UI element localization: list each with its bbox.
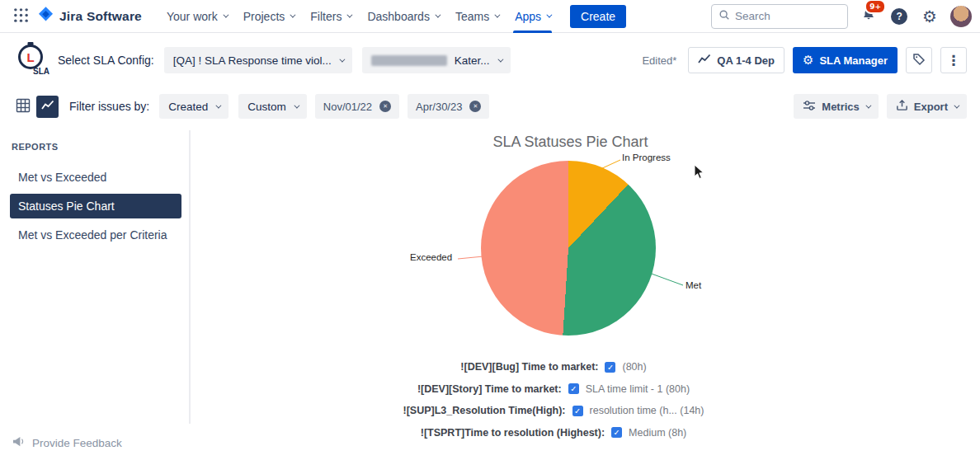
app-grid-icon	[13, 7, 29, 26]
nav-item-teams[interactable]: Teams	[447, 0, 506, 33]
criteria-value: (80h)	[622, 361, 646, 373]
select-sla-config-label: Select SLA Config:	[58, 54, 154, 67]
more-options-button[interactable]	[940, 47, 967, 73]
reports-sidebar: REPORTS Met vs Exceeded Statuses Pie Cha…	[0, 125, 191, 460]
export-icon	[896, 99, 908, 114]
filter-range-value: Custom	[247, 101, 286, 113]
date-from-value: Nov/01/22	[323, 101, 372, 113]
criteria-label: ![DEV][Story] Time to market:	[417, 383, 562, 395]
notifications-badge: 9+	[865, 0, 886, 14]
brand-name: Jira Software	[59, 9, 142, 24]
sla-config-select[interactable]: [QA] ! SLA Response time viol...	[164, 47, 352, 73]
slice-label-in-progress: In Progress	[622, 153, 671, 162]
table-icon	[16, 98, 31, 115]
question-mark-icon	[891, 8, 907, 25]
sla-config-select-value: [QA] ! SLA Response time viol...	[173, 54, 332, 67]
sidebar-item-met-vs-exceeded-per-criteria[interactable]: Met vs Exceeded per Criteria	[10, 223, 181, 247]
provide-feedback-link[interactable]: Provide Feedback	[12, 435, 122, 450]
chart-icon	[41, 100, 54, 114]
export-button[interactable]: Export	[887, 94, 967, 119]
pie-chart-area: In Progress Met Exceeded	[191, 153, 980, 354]
criteria-checkbox[interactable]	[611, 427, 622, 438]
criteria-row: ![TSPRT]Time to resolution (Highest): Me…	[191, 422, 916, 444]
topnav-right-group: 9+	[711, 4, 972, 29]
chevron-down-icon	[497, 56, 503, 62]
sla-manager-button[interactable]: SLA Manager	[793, 47, 898, 73]
nav-item-projects[interactable]: Projects	[235, 0, 303, 33]
filter-field-select[interactable]: Created	[159, 94, 229, 119]
metrics-button[interactable]: Metrics	[794, 94, 879, 119]
filter-issues-by-label: Filter issues by:	[69, 100, 149, 113]
slice-label-met: Met	[686, 280, 701, 290]
sla-criteria-list: ![DEV][Bug] Time to market: (80h) ![DEV]…	[191, 356, 916, 444]
jira-sla-page: Jira Software Your work Projects Filters…	[0, 0, 980, 460]
table-view-toggle[interactable]	[12, 96, 34, 118]
top-navigation-bar: Jira Software Your work Projects Filters…	[0, 0, 980, 33]
report-content: SLA Statuses Pie Chart In Progress Met E…	[191, 125, 980, 460]
criteria-value: Medium (8h)	[629, 427, 686, 439]
nav-label: Dashboards	[367, 10, 430, 23]
slice-label-exceeded: Exceeded	[410, 252, 452, 262]
sliders-icon	[803, 100, 816, 114]
nav-item-filters[interactable]: Filters	[302, 0, 359, 33]
chevron-down-icon	[954, 102, 959, 108]
nav-item-apps[interactable]: Apps	[506, 0, 558, 33]
tag-button[interactable]	[906, 47, 932, 73]
gear-icon	[803, 54, 813, 67]
sidebar-item-statuses-pie-chart[interactable]: Statuses Pie Chart	[10, 194, 181, 218]
criteria-row: ![DEV][Story] Time to market: SLA time l…	[191, 378, 916, 401]
search-box	[711, 4, 848, 29]
chevron-down-icon	[865, 102, 871, 108]
mouse-cursor	[694, 164, 705, 184]
date-to-chip: Apr/30/23	[408, 94, 489, 119]
export-button-label: Export	[914, 101, 948, 113]
jira-home-link[interactable]: Jira Software	[37, 6, 142, 26]
sla-manager-button-label: SLA Manager	[819, 54, 888, 67]
chevron-down-icon	[495, 12, 501, 18]
criteria-label: ![DEV][Bug] Time to market:	[460, 361, 598, 373]
gear-icon	[922, 8, 937, 25]
qa-dep-dashboard-button[interactable]: QA 1-4 Dep	[688, 47, 784, 73]
feedback-label: Provide Feedback	[32, 437, 122, 449]
criteria-checkbox[interactable]	[572, 406, 583, 416]
nav-item-your-work[interactable]: Your work	[158, 0, 235, 33]
chevron-down-icon	[223, 12, 229, 18]
criteria-checkbox[interactable]	[568, 383, 579, 394]
create-button[interactable]: Create	[570, 5, 626, 28]
remove-date-from-button[interactable]	[379, 101, 391, 112]
pie-chart[interactable]	[481, 161, 656, 336]
chart-title: SLA Statuses Pie Chart	[191, 134, 980, 151]
chevron-down-icon	[294, 102, 299, 108]
chart-view-toggle[interactable]	[36, 96, 59, 118]
reports-list: Met vs Exceeded Statuses Pie Chart Met v…	[0, 165, 191, 247]
date-from-chip: Nov/01/22	[315, 94, 399, 119]
date-to-value: Apr/30/23	[416, 101, 462, 113]
chevron-down-icon	[216, 102, 222, 108]
user-avatar[interactable]	[950, 6, 972, 27]
search-input[interactable]	[735, 10, 841, 22]
filter-field-value: Created	[168, 101, 208, 113]
nav-item-dashboards[interactable]: Dashboards	[359, 0, 447, 33]
reports-heading: REPORTS	[12, 142, 191, 152]
app-switcher-button[interactable]	[10, 4, 32, 29]
notifications-button[interactable]: 9+	[858, 4, 879, 28]
criteria-value: SLA time limit - 1 (80h)	[586, 383, 690, 395]
sidebar-item-met-vs-exceeded[interactable]: Met vs Exceeded	[10, 165, 181, 190]
qa-dep-button-label: QA 1-4 Dep	[717, 54, 775, 67]
settings-button[interactable]	[919, 5, 940, 28]
criteria-label: ![TSPRT]Time to resolution (Highest):	[421, 427, 605, 439]
help-button[interactable]	[888, 5, 911, 28]
chevron-down-icon	[546, 12, 552, 18]
chevron-down-icon	[339, 56, 345, 62]
redacted-text-block	[371, 55, 447, 66]
filter-range-select[interactable]: Custom	[238, 94, 307, 119]
filter-bar: Filter issues by: Created Custom Nov/01/…	[0, 87, 980, 125]
sla-logo-letter: L	[26, 50, 34, 64]
main-navigation: Your work Projects Filters Dashboards Te…	[158, 0, 558, 33]
criteria-row: ![DEV][Bug] Time to market: (80h)	[191, 356, 916, 378]
sla-owner-select[interactable]: Kater...	[362, 47, 511, 73]
criteria-value: resolution time (h... (14h)	[590, 405, 704, 416]
page-body: REPORTS Met vs Exceeded Statuses Pie Cha…	[0, 125, 980, 460]
criteria-checkbox[interactable]	[605, 362, 615, 373]
remove-date-to-button[interactable]	[469, 101, 481, 112]
